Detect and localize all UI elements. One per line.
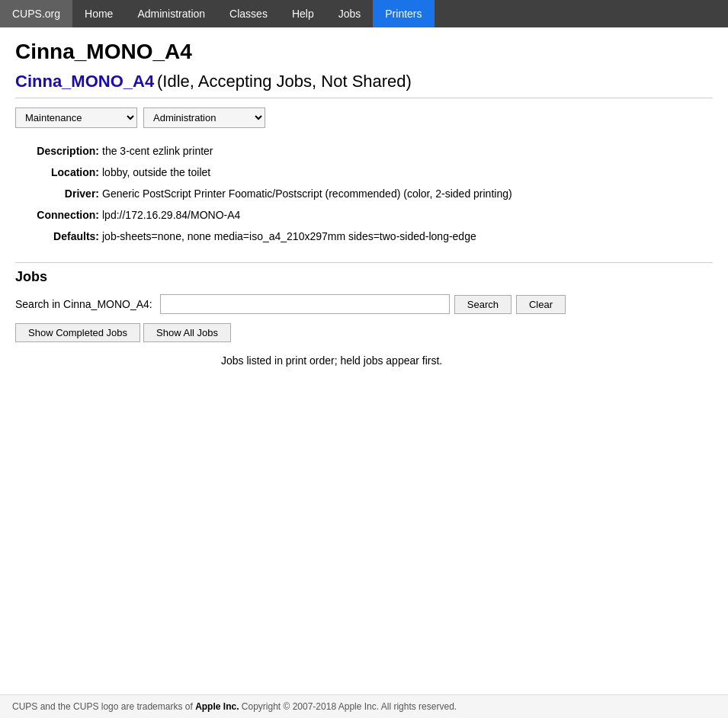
driver-value: Generic PostScript Printer Foomatic/Post… xyxy=(102,183,512,204)
nav-classes[interactable]: Classes xyxy=(217,0,280,27)
page-title: Cinna_MONO_A4 xyxy=(0,27,728,72)
printer-details: Description: the 3-cent ezlink printer L… xyxy=(15,140,713,247)
show-all-jobs-button[interactable]: Show All Jobs xyxy=(143,323,231,342)
description-label: Description: xyxy=(15,140,99,162)
location-label: Location: xyxy=(15,162,99,183)
driver-label: Driver: xyxy=(15,183,99,204)
main-nav: CUPS.org Home Administration Classes Hel… xyxy=(0,0,728,27)
clear-button[interactable]: Clear xyxy=(516,295,566,314)
location-row: Location: lobby, outside the toilet xyxy=(15,162,713,183)
nav-home[interactable]: Home xyxy=(72,0,125,27)
nav-printers[interactable]: Printers xyxy=(373,0,434,27)
nav-help[interactable]: Help xyxy=(280,0,326,27)
printer-header: Cinna_MONO_A4 (Idle, Accepting Jobs, Not… xyxy=(15,72,713,98)
dropdowns-row: Maintenance Administration xyxy=(15,107,713,128)
search-label: Search in Cinna_MONO_A4: xyxy=(15,298,152,310)
description-value: the 3-cent ezlink printer xyxy=(102,140,213,162)
connection-row: Connection: lpd://172.16.29.84/MONO-A4 xyxy=(15,204,713,226)
defaults-value: job-sheets=none, none media=iso_a4_210x2… xyxy=(102,226,476,247)
location-value: lobby, outside the toilet xyxy=(102,162,210,183)
nav-administration[interactable]: Administration xyxy=(125,0,217,27)
printer-name: Cinna_MONO_A4 xyxy=(15,72,154,91)
jobs-title: Jobs xyxy=(15,269,713,285)
jobs-section: Jobs Search in Cinna_MONO_A4: Search Cle… xyxy=(15,262,713,367)
driver-row: Driver: Generic PostScript Printer Fooma… xyxy=(15,183,713,204)
connection-value: lpd://172.16.29.84/MONO-A4 xyxy=(102,204,240,226)
search-button[interactable]: Search xyxy=(454,295,512,314)
search-row: Search in Cinna_MONO_A4: Search Clear xyxy=(15,294,713,314)
defaults-label: Defaults: xyxy=(15,226,99,247)
jobs-buttons: Show Completed Jobs Show All Jobs xyxy=(15,323,713,342)
search-input[interactable] xyxy=(160,294,450,314)
description-row: Description: the 3-cent ezlink printer xyxy=(15,140,713,162)
jobs-info-text: Jobs listed in print order; held jobs ap… xyxy=(221,354,713,367)
show-completed-jobs-button[interactable]: Show Completed Jobs xyxy=(15,323,140,342)
connection-label: Connection: xyxy=(15,204,99,226)
defaults-row: Defaults: job-sheets=none, none media=is… xyxy=(15,226,713,247)
nav-cups[interactable]: CUPS.org xyxy=(0,0,72,27)
printer-status-text: (Idle, Accepting Jobs, Not Shared) xyxy=(157,72,412,91)
nav-jobs[interactable]: Jobs xyxy=(326,0,374,27)
main-content: Cinna_MONO_A4 (Idle, Accepting Jobs, Not… xyxy=(0,72,728,367)
maintenance-dropdown[interactable]: Maintenance xyxy=(15,107,137,128)
administration-dropdown[interactable]: Administration xyxy=(143,107,265,128)
